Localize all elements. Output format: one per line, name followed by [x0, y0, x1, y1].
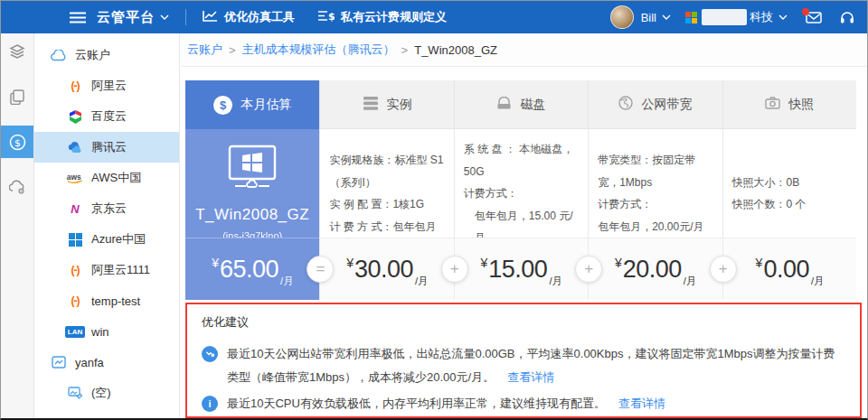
sidebar-group-label: yanfa	[75, 356, 104, 369]
instance-spec-family: 实例规格族：标准型 S1（系列I）	[329, 149, 444, 193]
suggestions-title: 优化建议	[202, 314, 845, 331]
cloud-settings-icon[interactable]	[1, 171, 33, 203]
sidebar-item-label: 阿里云1111	[91, 262, 150, 278]
price-unit: /月	[549, 275, 561, 288]
svg-text:$: $	[14, 136, 21, 148]
sidebar-group-cloud-accounts[interactable]: 云账户	[34, 40, 179, 70]
mail-icon[interactable]	[806, 12, 822, 23]
content-area: 云账户 > 主机成本规模评估（腾讯云） > T_Win2008_GZ $ 本月估…	[181, 33, 867, 418]
company-logo-icon	[685, 12, 697, 23]
globe-icon	[618, 96, 633, 113]
company-name-redacted	[702, 9, 747, 25]
sidebar-item-aws-china[interactable]: aws AWS中国	[34, 163, 179, 193]
tab-public-bandwidth[interactable]: 公网带宽	[588, 80, 722, 129]
azure-logo-icon	[66, 233, 84, 247]
price-instance: 30.00	[354, 256, 413, 284]
breadcrumb-cost-evaluation[interactable]: 主机成本规模评估（腾讯云）	[242, 42, 395, 58]
suggestion-text: 最近10天CPU有效负载极低，内存平均利用率正常，建议维持现有配置。	[227, 397, 606, 410]
chevron-down-icon[interactable]	[160, 14, 169, 20]
dollar-circle-icon: $	[213, 96, 232, 115]
sidebar-item-azure-china[interactable]: Azure中国	[34, 224, 179, 255]
instance-config: 实 例 配 置：1核1G	[329, 193, 444, 216]
headset-icon[interactable]	[840, 11, 854, 24]
snapshot-size: 快照大小：0B	[732, 172, 847, 194]
company-suffix[interactable]: 科技	[750, 9, 773, 25]
cost-estimate-table: $ 本月估算 实例 磁盘	[185, 80, 856, 300]
estimate-detail-row: T_Win2008_GZ (ins-i3g7klno) 实例规格族：标准型 S1…	[185, 129, 856, 238]
optimization-suggestions-panel: 优化建议 最近10天公网出站带宽利用率极低，出站总流量0.00GB，平均速率0.…	[185, 303, 862, 418]
sidebar-group-yanfa[interactable]: yanfa	[34, 347, 179, 378]
sidebar-item-temp-test[interactable]: (-) temp-test	[34, 285, 179, 316]
tencent-cloud-logo-icon	[66, 142, 84, 154]
disk-icon	[496, 97, 512, 113]
disk-billing-mode: 计费方式：	[464, 182, 579, 205]
icon-rail: $	[1, 33, 34, 418]
breadcrumb-current-host: T_Win2008_GZ	[414, 43, 497, 57]
sidebar-item-jd-cloud[interactable]: N 京东云	[34, 193, 179, 224]
suggestion-bandwidth: 最近10天公网出站带宽利用率极低，出站总流量0.00GB，平均速率0.00Kbp…	[202, 342, 845, 389]
user-name[interactable]: Bill	[641, 11, 656, 24]
currency-symbol: ¥	[756, 256, 763, 270]
nav-private-cloud-billing-rules[interactable]: $ 私有云计费规则定义	[318, 9, 447, 25]
view-details-link[interactable]: 查看详情	[507, 370, 554, 384]
price-unit: /月	[684, 275, 696, 288]
price-disk: 15.00	[488, 256, 547, 284]
aliyun-logo-icon: (-)	[66, 264, 84, 276]
cloud-box-icon	[50, 356, 68, 369]
bandwidth-type: 带宽类型：按固定带宽，1Mbps	[598, 149, 712, 193]
sidebar-item-tencent[interactable]: 腾讯云	[34, 132, 179, 163]
estimate-tab-row: $ 本月估算 实例 磁盘	[185, 80, 856, 129]
tab-snapshot[interactable]: 快照	[722, 80, 856, 129]
windows-monitor-icon	[222, 145, 282, 196]
layers-icon[interactable]	[1, 35, 33, 68]
operator-plus: +	[710, 256, 737, 283]
nav-label: 私有云计费规则定义	[341, 9, 447, 25]
chevron-down-icon[interactable]	[778, 14, 788, 20]
sidebar-item-label: Azure中国	[91, 231, 146, 247]
sidebar-item-label: AWS中国	[91, 170, 141, 186]
documents-icon[interactable]	[1, 80, 33, 113]
operator-plus: +	[441, 256, 468, 283]
sidebar-item-label: win	[91, 325, 109, 339]
server-list-icon	[363, 97, 379, 113]
sidebar-item-aliyun[interactable]: (-) 阿里云	[34, 70, 179, 101]
tab-disk[interactable]: 磁盘	[454, 80, 588, 129]
cost-dollar-icon[interactable]: $	[1, 126, 33, 158]
bandwidth-billing-mode: 计费方式：	[598, 193, 712, 216]
breadcrumb-cloud-accounts[interactable]: 云账户	[187, 42, 222, 58]
billing-rules-icon: $	[318, 10, 335, 24]
sidebar-item-baidu[interactable]: 百度云	[34, 101, 179, 132]
price-unit: /月	[415, 275, 428, 288]
aliyun-logo-icon: (-)	[66, 294, 84, 307]
nav-optimization-simulation-tool[interactable]: 优化仿真工具	[203, 9, 295, 25]
trend-down-icon	[202, 346, 218, 362]
info-icon: i	[202, 396, 218, 412]
cloud-icon	[50, 50, 68, 61]
nav-label: 优化仿真工具	[224, 9, 295, 25]
disk-system: 系 统 盘 ： 本地磁盘，50G	[464, 138, 579, 182]
currency-symbol: ¥	[212, 256, 219, 270]
price-snapshot: 0.00	[763, 256, 809, 284]
instance-price-cell: = ¥30.00/月	[319, 238, 453, 300]
menu-icon[interactable]	[70, 12, 86, 23]
sidebar-item-label: 阿里云	[91, 78, 127, 94]
app-window: 云管平台 优化仿真工具 $ 私有云计费规则定义 Bill	[0, 0, 868, 420]
view-details-link[interactable]: 查看详情	[618, 397, 665, 410]
estimate-price-row: ¥65.00/月 = ¥30.00/月 + ¥15.00/月 + ¥20.00/…	[185, 238, 856, 300]
sidebar-item-empty[interactable]: (空)	[34, 378, 179, 408]
svg-text:aws: aws	[67, 173, 81, 182]
total-price-cell: ¥65.00/月	[185, 238, 319, 300]
tab-instance[interactable]: 实例	[319, 80, 453, 129]
tab-label: 实例	[387, 97, 412, 113]
price-total: 65.00	[220, 256, 278, 284]
aws-logo-icon: aws	[66, 171, 84, 185]
tab-monthly-estimate[interactable]: $ 本月估算	[185, 80, 319, 129]
sidebar-item-aliyun-1111[interactable]: (-) 阿里云1111	[34, 255, 179, 285]
chevron-down-icon[interactable]	[662, 14, 671, 20]
topbar: 云管平台 优化仿真工具 $ 私有云计费规则定义 Bill	[1, 1, 867, 33]
sidebar-item-label: 百度云	[91, 108, 127, 125]
app-title[interactable]: 云管平台	[97, 9, 155, 26]
sidebar-item-win[interactable]: LAN win	[34, 316, 179, 347]
avatar[interactable]	[610, 5, 634, 29]
sidebar-group-label: 云账户	[75, 47, 110, 63]
